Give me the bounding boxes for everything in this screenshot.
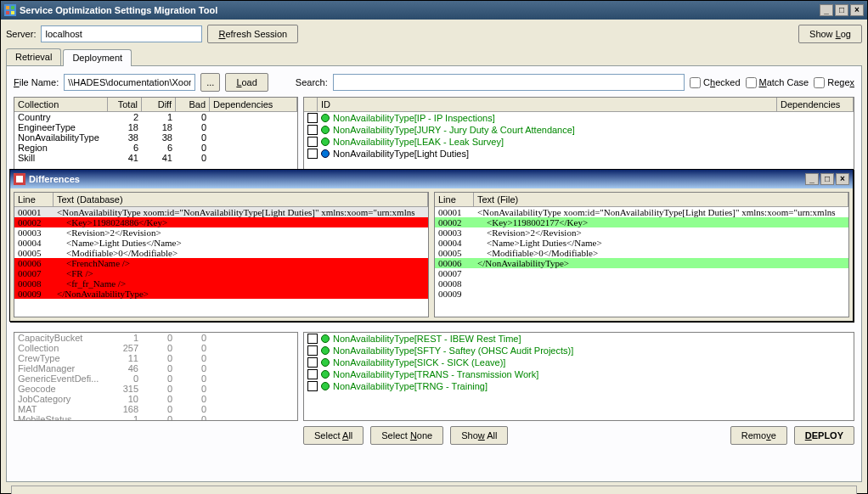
diff-right-col-text[interactable]: Text (File) [474,193,848,206]
list-item[interactable]: NonAvailabilityType[IP - IP Inspections] [304,112,854,124]
status-dot-icon [321,149,330,158]
table-row[interactable]: EngineerType18180 [14,122,297,132]
matchcase-checkbox[interactable]: Match Case [746,77,809,88]
col-diff[interactable]: Diff [142,98,176,111]
search-input[interactable] [333,74,685,91]
table-row[interactable]: CrewType1100 [14,353,297,363]
list-item[interactable]: NonAvailabilityType[SFTY - Saftey (OHSC … [304,345,854,356]
table-row[interactable]: MobileStatus100 [14,414,297,421]
status-dot-icon [321,358,330,367]
id-list[interactable]: ID Dependencies NonAvailabilityType[IP -… [303,97,854,177]
list-item[interactable]: NonAvailabilityType[JURY - Jury Duty & C… [304,124,854,136]
checkbox-icon[interactable] [307,149,318,159]
checkbox-icon[interactable] [307,113,318,123]
checkbox-icon[interactable] [307,369,318,379]
tab-retrieval[interactable]: Retrieval [6,48,61,65]
minimize-button[interactable]: _ [820,4,833,16]
showall-button[interactable]: Show All [450,426,508,445]
diff-row[interactable]: 00005 <Modifiable>0</Modifiable> [435,248,848,258]
diff-right-pane[interactable]: Line Text (File) 00001<NonAvailabilityTy… [434,192,849,317]
diff-left-pane[interactable]: Line Text (Database) 00001<NonAvailabili… [14,192,429,317]
titlebar: Service Optimization Settings Migration … [1,1,867,20]
diff-row[interactable]: 00003 <Revision>2</Revision> [435,227,848,238]
diff-maximize-button[interactable]: □ [820,173,834,185]
checked-checkbox[interactable]: Checked [690,77,740,88]
filename-input[interactable] [64,74,195,91]
server-input[interactable] [41,25,202,42]
maximize-button[interactable]: □ [835,4,848,16]
tabstrip: Retrieval Deployment [6,48,862,66]
status-dot-icon [321,346,330,355]
diff-row[interactable]: 00004 <Name>Light Duties</Name> [435,238,848,248]
checkbox-icon[interactable] [307,357,318,368]
load-button[interactable]: Load [225,73,268,92]
col-collection[interactable]: Collection [14,98,108,111]
svg-rect-3 [6,11,9,14]
list-item[interactable]: NonAvailabilityType[Light Duties] [304,148,854,160]
status-dot-icon [321,114,330,122]
diff-row[interactable]: 00005 <Modifiable>0</Modifiable> [14,248,428,258]
diff-row[interactable]: 00001<NonAvailabilityType xoom:id="NonAv… [14,207,428,217]
deploy-button[interactable]: DEPLOY [794,426,854,445]
close-button[interactable]: × [850,4,864,16]
table-row[interactable]: Country210 [14,112,297,122]
remove-button[interactable]: Remove [730,426,787,445]
table-row[interactable]: NonAvailabilityType38380 [14,132,297,143]
col-deps[interactable]: Dependencies [210,98,297,111]
checkbox-icon[interactable] [307,381,318,391]
id-list-lower[interactable]: NonAvailabilityType[REST - IBEW Rest Tim… [303,332,854,421]
refresh-button[interactable]: Refresh Session [207,25,298,43]
list-item[interactable]: NonAvailabilityType[REST - IBEW Rest Tim… [304,333,854,345]
checkbox-icon[interactable] [307,137,318,147]
checkbox-icon[interactable] [307,345,318,356]
diff-row[interactable]: 00001<NonAvailabilityType xoom:id="NonAv… [435,207,848,217]
list-item[interactable]: NonAvailabilityType[TRANS - Transmission… [304,368,854,380]
col-total[interactable]: Total [108,98,142,111]
list-item[interactable]: NonAvailabilityType[TRNG - Training] [304,380,854,392]
tab-deployment[interactable]: Deployment [63,49,132,66]
diff-row[interactable]: 00003 <Revision>2</Revision> [14,227,428,238]
table-row[interactable]: CapacityBucket100 [14,333,297,343]
table-row[interactable]: Region660 [14,143,297,153]
diff-row[interactable]: 00004 <Name>Light Duties</Name> [14,238,428,248]
diff-row[interactable]: 00008 <fr_fr_Name /> [14,278,428,289]
diff-row[interactable]: 00009</NonAvailabilityType> [14,289,428,299]
diff-icon [14,173,25,185]
checkbox-icon[interactable] [307,334,318,344]
diff-row[interactable]: 00002 <Key>1198002177</Key> [435,217,848,227]
diff-left-col-text[interactable]: Text (Database) [54,193,428,206]
collection-list[interactable]: Collection Total Diff Bad Dependencies C… [14,97,298,177]
list-item[interactable]: NonAvailabilityType[SICK - SICK (Leave)] [304,356,854,368]
diff-left-col-line[interactable]: Line [14,193,54,206]
table-row[interactable]: Collection25700 [14,343,297,353]
diff-row[interactable]: 00006 <FrenchName /> [14,258,428,268]
diff-minimize-button[interactable]: _ [805,173,819,185]
checkbox-icon[interactable] [307,125,318,135]
diff-right-col-line[interactable]: Line [435,193,474,206]
diff-row[interactable]: 00002 <Key>1198024886</Key> [14,217,428,227]
col-bad[interactable]: Bad [176,98,210,111]
col-id[interactable]: ID [318,98,777,111]
server-label: Server: [6,29,36,39]
showlog-button[interactable]: Show Log [798,25,862,43]
table-row[interactable]: JobCategory1000 [14,394,297,404]
browse-button[interactable]: ... [200,73,220,92]
table-row[interactable]: FieldManager4600 [14,363,297,373]
list-item[interactable]: NonAvailabilityType[LEAK - Leak Survey] [304,136,854,148]
table-row[interactable]: Geocode31500 [14,384,297,394]
regex-checkbox[interactable]: Regex [814,77,854,88]
table-row[interactable]: Skill41410 [14,153,297,163]
diff-row[interactable]: 00008 [435,278,848,289]
table-row[interactable]: MAT16800 [14,404,297,414]
filename-label: File Name: [14,77,59,87]
table-row[interactable]: GenericEventDefi...000 [14,373,297,384]
selectnone-button[interactable]: Select None [370,426,443,445]
diff-row[interactable]: 00009 [435,289,848,299]
diff-row[interactable]: 00006</NonAvailabilityType> [435,258,848,268]
col-deps2[interactable]: Dependencies [777,98,854,111]
diff-row[interactable]: 00007 [435,268,848,278]
collection-list-lower[interactable]: CapacityBucket100Collection25700CrewType… [14,332,298,421]
diff-close-button[interactable]: × [836,173,849,185]
selectall-button[interactable]: Select All [303,426,364,445]
diff-row[interactable]: 00007 <FR /> [14,268,428,278]
